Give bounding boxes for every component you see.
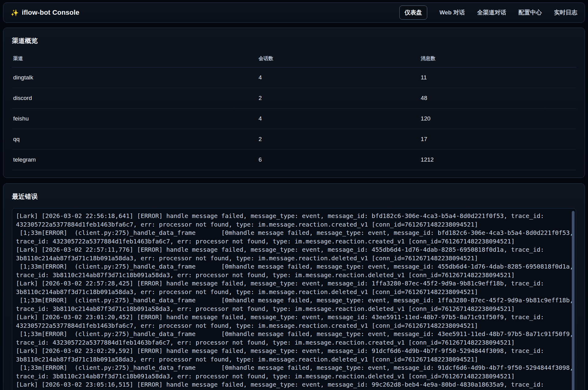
messages-cell: 48	[420, 88, 576, 109]
messages-cell: 1212	[420, 150, 576, 170]
sessions-cell: 2	[257, 129, 420, 150]
table-row: telegram 6 1212	[12, 150, 576, 170]
table-row: feishu 4 120	[12, 109, 576, 129]
table-header-row: 渠道 会话数 消息数	[12, 52, 576, 67]
column-header-messages: 消息数	[420, 52, 576, 67]
column-header-channel: 渠道	[12, 52, 257, 67]
nav-tab-web-chat[interactable]: Web 对话	[439, 9, 465, 17]
brand: ✨ iflow-bot Console	[11, 9, 79, 17]
nav-tab-config-center[interactable]: 配置中心	[518, 9, 542, 17]
sessions-cell: 4	[257, 109, 420, 129]
messages-cell: 11	[420, 67, 576, 88]
log-text: [Lark] [2026-03-02 22:56:18,641] [ERROR]…	[16, 212, 572, 389]
nav-tab-live-logs[interactable]: 实时日志	[554, 9, 577, 17]
app-title: iflow-bot Console	[22, 9, 79, 17]
nav-tab-omnichannel-chat[interactable]: 全渠道对话	[477, 9, 506, 17]
channel-name-cell: feishu	[12, 109, 257, 129]
nav-tab-dashboard[interactable]: 仪表盘	[399, 6, 427, 20]
table-row: qq 2 17	[12, 129, 576, 150]
channel-overview-title: 渠道概览	[12, 36, 576, 45]
error-log-viewer[interactable]: [Lark] [2026-03-02 22:56:18,641] [ERROR]…	[12, 208, 576, 390]
recent-errors-card: 最近错误 [Lark] [2026-03-02 22:56:18,641] [E…	[3, 183, 585, 390]
channel-overview-card: 渠道概览 渠道 会话数 消息数 dingtalk 4 11 discor	[3, 28, 585, 178]
console-page: ✨ iflow-bot Console 仪表盘 Web 对话 全渠道对话 配置中…	[0, 0, 588, 390]
recent-errors-title: 最近错误	[12, 192, 576, 201]
messages-cell: 17	[420, 129, 576, 150]
log-scrollbar-thumb[interactable]	[572, 211, 575, 390]
channel-name-cell: discord	[12, 88, 257, 109]
main-nav: 仪表盘 Web 对话 全渠道对话 配置中心 实时日志	[399, 6, 577, 20]
sparkles-icon: ✨	[11, 10, 19, 16]
channel-name-cell: telegram	[12, 150, 257, 170]
channel-name-cell: dingtalk	[12, 67, 257, 88]
table-row: dingtalk 4 11	[12, 67, 576, 88]
channel-table: 渠道 会话数 消息数 dingtalk 4 11 discord 2 48 fe…	[12, 52, 576, 170]
sessions-cell: 4	[257, 67, 420, 88]
channel-name-cell: qq	[12, 129, 257, 150]
app-header: ✨ iflow-bot Console 仪表盘 Web 对话 全渠道对话 配置中…	[3, 2, 585, 23]
messages-cell: 120	[420, 109, 576, 129]
sessions-cell: 6	[257, 150, 420, 170]
sessions-cell: 2	[257, 88, 420, 109]
column-header-sessions: 会话数	[257, 52, 420, 67]
table-row: discord 2 48	[12, 88, 576, 109]
